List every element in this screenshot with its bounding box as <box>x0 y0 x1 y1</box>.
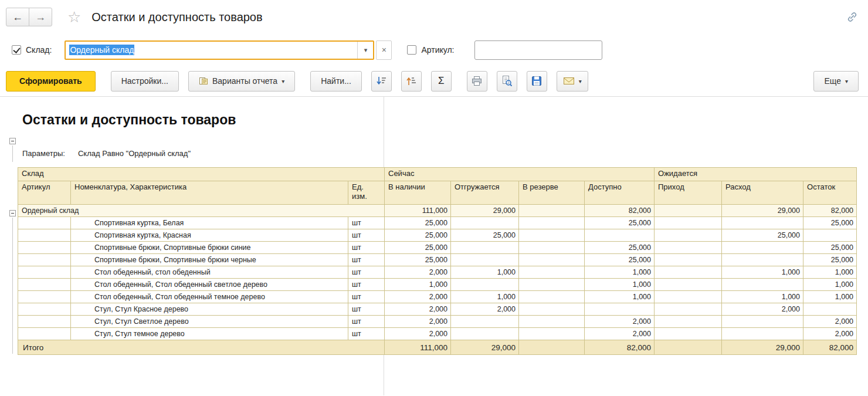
send-mail-button[interactable]: ▾ <box>557 71 588 92</box>
sigma-icon: Σ <box>438 75 445 87</box>
print-button[interactable] <box>467 71 487 92</box>
value-cell: 2,000 <box>385 266 451 279</box>
group-bracket-line <box>12 218 13 354</box>
articul-label[interactable]: Артикул: <box>421 45 454 55</box>
nomenclature-cell: Спортивные брюки, Спортивные брюки черны… <box>71 254 348 266</box>
value-cell: 1,000 <box>385 279 451 291</box>
col-header-onhand[interactable]: В наличии <box>385 181 451 205</box>
top-bar: ← → ☆ Остатки и доступность товаров <box>0 0 868 34</box>
value-cell <box>655 266 722 279</box>
value-cell <box>451 242 519 254</box>
value-cell: 1,000 <box>722 291 803 303</box>
value-cell <box>655 229 722 242</box>
value-cell <box>519 303 585 316</box>
col-header-balance[interactable]: Остаток <box>803 181 857 205</box>
col-header-nomenclature[interactable]: Номенклатура, Характеристика <box>71 181 348 205</box>
favorite-star-icon[interactable]: ☆ <box>67 9 81 25</box>
more-button[interactable]: Еще ▾ <box>813 71 859 92</box>
col-header-reserve[interactable]: В резерве <box>519 181 585 205</box>
chevron-down-icon: ▾ <box>364 46 368 54</box>
col-header-articul[interactable]: Артикул <box>18 181 71 205</box>
value-cell <box>722 242 803 254</box>
col-header-outgoing[interactable]: Расход <box>722 181 803 205</box>
value-cell: 29,000 <box>722 205 803 217</box>
warehouse-label[interactable]: Склад: <box>26 45 52 55</box>
group-name-cell[interactable]: Ордерный склад <box>18 205 385 217</box>
unit-cell: шт <box>348 291 385 303</box>
value-cell: 1,000 <box>585 266 655 279</box>
printer-icon <box>471 75 483 87</box>
report-variants-button[interactable]: Варианты отчета ▾ <box>188 71 295 92</box>
value-cell: 111,000 <box>385 205 451 217</box>
sort-ascending-button[interactable] <box>401 71 422 92</box>
col-header-shipping[interactable]: Отгружается <box>451 181 519 205</box>
col-header-incoming[interactable]: Приход <box>655 181 722 205</box>
value-cell <box>519 291 585 303</box>
value-cell <box>519 266 585 279</box>
total-value-cell: 29,000 <box>451 340 519 355</box>
save-button[interactable] <box>527 71 547 92</box>
value-cell: 2,000 <box>385 303 451 316</box>
value-cell: 2,000 <box>803 328 857 340</box>
warehouse-combobox: Ордерный склад ▾ <box>65 40 374 60</box>
band-header-warehouse[interactable]: Склад <box>18 168 385 181</box>
value-cell <box>655 316 722 328</box>
value-cell: 82,000 <box>803 205 857 217</box>
warehouse-checkbox[interactable] <box>12 45 21 55</box>
sort-descending-button[interactable] <box>371 71 392 92</box>
value-cell <box>655 254 722 266</box>
value-cell <box>451 328 519 340</box>
nomenclature-cell: Стол обеденный, стол обеденный <box>71 266 348 279</box>
col-header-unit[interactable]: Ед. изм. <box>348 181 385 205</box>
find-button[interactable]: Найти... <box>310 71 362 92</box>
articul-checkbox[interactable] <box>407 45 416 55</box>
value-cell: 2,000 <box>803 316 857 328</box>
articul-cell <box>18 291 71 303</box>
warehouse-input[interactable]: Ордерный склад <box>66 42 357 59</box>
close-icon: × <box>382 45 386 55</box>
chevron-down-icon: ▾ <box>282 78 284 84</box>
value-cell: 25,000 <box>585 254 655 266</box>
back-button[interactable]: ← <box>6 8 29 26</box>
nomenclature-cell: Стул, Стул Красное дерево <box>71 303 348 316</box>
articul-input[interactable] <box>474 40 602 60</box>
articul-cell <box>18 316 71 328</box>
unit-cell: шт <box>348 303 385 316</box>
forward-button[interactable]: → <box>29 8 52 26</box>
print-preview-button[interactable] <box>497 71 517 92</box>
grid-band-header-row: Склад Сейчас Ожидается <box>18 168 857 181</box>
unit-cell: шт <box>348 266 385 279</box>
value-cell: 25,000 <box>585 217 655 229</box>
total-value-cell: 82,000 <box>585 340 655 355</box>
chevron-down-icon: ▾ <box>845 78 848 84</box>
value-cell <box>722 316 803 328</box>
collapse-params-button[interactable] <box>9 138 16 144</box>
grid-column-header-row: Артикул Номенклатура, Характеристика Ед.… <box>18 181 857 205</box>
band-header-expected[interactable]: Ожидается <box>655 168 857 181</box>
sum-button[interactable]: Σ <box>431 71 452 92</box>
col-header-available[interactable]: Доступно <box>585 181 655 205</box>
warehouse-dropdown-button[interactable]: ▾ <box>357 42 373 59</box>
value-cell <box>519 242 585 254</box>
value-cell: 25,000 <box>451 229 519 242</box>
value-cell: 2,000 <box>585 328 655 340</box>
preview-icon <box>501 75 513 87</box>
table-row: Спортивная куртка, Краснаяшт25,00025,000… <box>18 229 857 242</box>
warehouse-clear-button[interactable]: × <box>376 40 392 60</box>
total-value-cell: 82,000 <box>803 340 857 355</box>
articul-cell <box>18 229 71 242</box>
report-parameters: Параметры: Склад Равно "Ордерный склад" <box>22 149 868 158</box>
band-header-now[interactable]: Сейчас <box>385 168 655 181</box>
unit-cell: шт <box>348 254 385 266</box>
settings-button[interactable]: Настройки... <box>111 71 179 92</box>
generate-button[interactable]: Сформировать <box>6 71 96 92</box>
collapse-group-button[interactable] <box>9 210 16 216</box>
value-cell <box>655 242 722 254</box>
table-row: Спортивные брюки, Спортивные брюки синие… <box>18 242 857 254</box>
value-cell <box>451 217 519 229</box>
total-value-cell <box>655 340 722 355</box>
report-variants-icon <box>199 76 208 86</box>
get-link-button[interactable] <box>846 11 859 23</box>
value-cell: 82,000 <box>585 205 655 217</box>
value-cell: 25,000 <box>385 217 451 229</box>
